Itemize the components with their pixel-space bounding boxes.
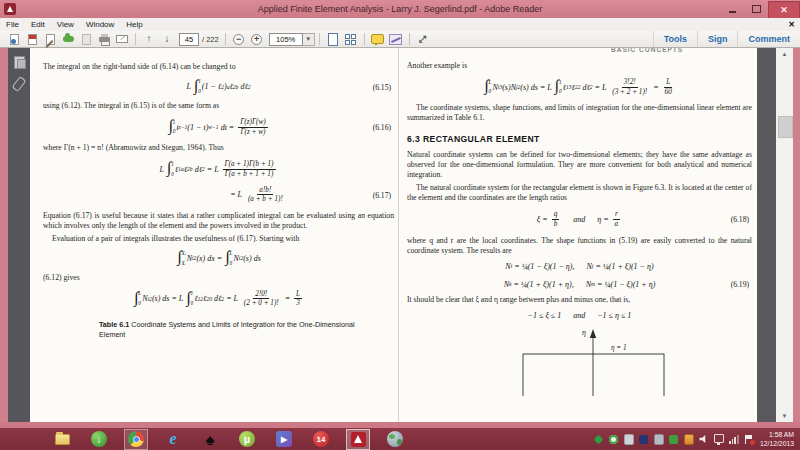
equation: Nk = ¼(1 + ξ)(1 + η), Nm = ¼(1 − ξ)(1 + … [407,277,752,292]
zoom-level-input[interactable]: 105% [269,33,303,46]
menu-file[interactable]: File [0,20,25,29]
print-icon[interactable] [97,33,111,46]
menu-view[interactable]: View [51,20,80,29]
single-page-view-icon[interactable] [326,33,340,46]
integral: ∫10 [194,79,201,94]
office-tray-icon[interactable] [684,434,694,444]
equation-text: −1 ≤ ξ ≤ 1 and −1 ≤ η ≤ 1 [528,311,632,320]
lower-limit: 0 [191,301,194,306]
attachments-icon[interactable] [12,76,27,92]
file-explorer-icon [55,434,70,445]
internet-explorer-taskbar-button[interactable]: e [161,429,185,450]
menu-window[interactable]: Window [80,20,120,29]
toolbar-divider [409,33,410,45]
display-tray-icon[interactable] [654,434,664,444]
integral-glyph: ∫ [168,119,172,133]
volume-icon[interactable] [699,434,709,444]
equation-text: (s) ds = L [520,83,553,92]
equation: −1 ≤ ξ ≤ 1 and −1 ≤ η ≤ 1 [407,308,752,323]
page-thumbnails-icon[interactable] [13,55,26,69]
media-player-classic-taskbar-button[interactable]: ▶ [272,429,296,450]
menu-bar: FileEditViewWindowHelp ✕ [0,18,800,32]
integral-limits: L0 [230,251,233,266]
equation-text: = L [224,294,240,303]
equation-text: = ¼(1 + ξ)(1 + η), N [511,280,591,289]
save-icon[interactable] [79,33,93,46]
minimize-button[interactable] [720,2,744,17]
globe-game-taskbar-button[interactable] [383,429,407,450]
page-up-icon[interactable]: ↑ [142,33,156,46]
idm-tray-icon[interactable] [594,434,604,444]
idm-taskbar-button[interactable]: ↓ [87,429,111,450]
signal-icon[interactable] [729,434,739,444]
google-chrome-taskbar-button[interactable] [124,429,148,450]
close-document-icon[interactable]: ✕ [788,20,795,29]
page-down-icon[interactable]: ↓ [160,33,174,46]
adobe-reader-taskbar-button[interactable] [346,429,370,450]
paragraph: The integral on the right-hand side of (… [43,62,394,72]
equation-body: L ∫10ℓ1aℓ2b dℓ2 = L Γ(a + 1)Γ(b + 1)Γ(a … [159,160,277,178]
table-caption: Table 6.1 Coordinate Systems and Limits … [99,320,368,340]
adobe-reader-icon [351,432,366,447]
email-icon[interactable] [115,33,129,46]
security-tray-icon[interactable] [609,434,619,444]
chat-tray-icon[interactable] [624,434,634,444]
tools-pane-button[interactable]: Tools [653,31,697,47]
integral: ∫10 [168,120,175,135]
numerator: a!b! [257,186,273,196]
paragraph: (6.12) gives [43,273,394,283]
equation-text: dt = [219,123,237,132]
system-tray [594,434,754,444]
fraction: Γ(z)Γ(w)Γ(z + w) [238,118,267,136]
integral-glyph: ∫ [225,250,229,264]
comment-pane-button[interactable]: Comment [737,31,800,47]
fraction: ra [613,210,621,228]
integral-limits: 10 [191,291,194,306]
taskbar-clock[interactable]: 1:58 AM 12/12/2013 [760,430,794,448]
scroll-down-icon[interactable]: ▼ [776,410,793,422]
vertical-scrollbar[interactable]: ▲ ▼ [776,48,793,422]
close-button[interactable] [768,1,800,19]
fullscreen-icon[interactable]: ⤢ [416,33,430,46]
toolbar-divider [319,33,320,45]
integral-glyph: ∫ [194,79,198,93]
paragraph: where Γ(n + 1) = n! (Abramowitz and Steg… [43,143,394,153]
pdf-page-left: The integral on the right-hand side of (… [30,48,399,422]
file-explorer-taskbar-button[interactable] [50,429,74,450]
viewer-background [757,48,776,422]
denominator: (3 + 2 + 1)! [610,88,649,97]
paragraph: Evaluation of a pair of integrals illust… [43,234,394,244]
open-icon[interactable] [7,33,21,46]
fifa-14-taskbar-button[interactable]: 14 [309,429,333,450]
page-number-input[interactable]: 45 [179,33,199,46]
utorrent-taskbar-button[interactable]: µ [235,429,259,450]
messenger-tray-icon[interactable] [639,434,649,444]
eta-axis-label: η [582,328,586,337]
create-pdf-icon[interactable] [25,33,39,46]
menu-help[interactable]: Help [120,20,148,29]
action-center-icon[interactable] [744,434,754,444]
upper-limit: L [138,291,141,296]
spade-game-taskbar-button[interactable]: ♠ [198,429,222,450]
multi-page-view-icon[interactable] [344,33,358,46]
sign-pen-icon[interactable] [389,33,403,46]
sign-pane-button[interactable]: Sign [697,31,738,47]
cloud-upload-icon[interactable] [61,33,75,46]
maximize-button[interactable] [744,2,768,17]
zoom-dropdown-icon[interactable]: ▼ [303,33,315,46]
fifa-14-icon: 14 [313,431,329,447]
equation-body: ∫L0Ni2(s) ds = L ∫10ℓ12ℓ20 dℓ2 = L 2!0!(… [133,290,304,308]
integral: ∫L0 [484,80,491,95]
equation-text: = [283,294,292,303]
comment-bubble-icon[interactable] [371,33,385,46]
scroll-up-icon[interactable]: ▲ [776,48,793,60]
scrollbar-thumb[interactable] [778,116,793,138]
network-icon[interactable] [714,434,724,444]
edit-icon[interactable] [43,33,57,46]
denominator: a [613,220,621,229]
menu-edit[interactable]: Edit [25,20,51,29]
zoom-out-icon[interactable]: − [232,33,246,46]
eta-equals-one-label: η = 1 [611,344,627,352]
update-tray-icon[interactable] [669,434,679,444]
zoom-in-icon[interactable]: + [250,33,264,46]
